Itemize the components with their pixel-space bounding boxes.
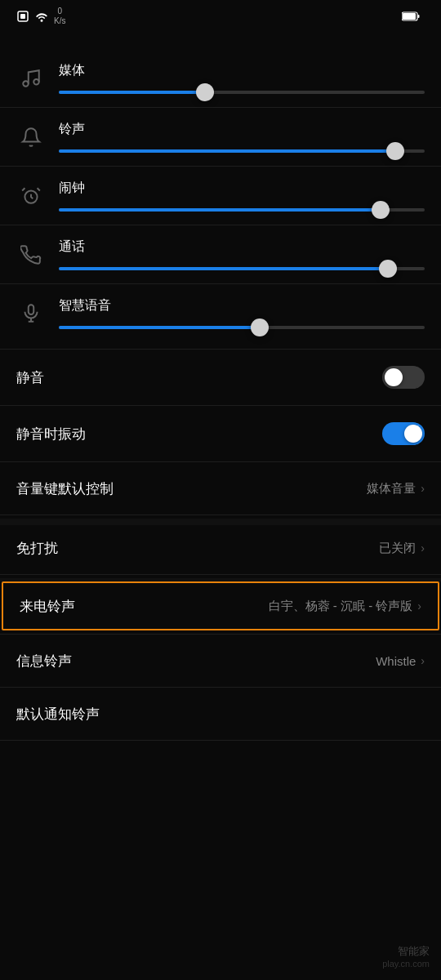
alarm-icon-wrap — [16, 185, 46, 207]
svg-line-8 — [22, 188, 24, 190]
voice-content: 智慧语音 — [59, 297, 425, 329]
voice-label: 智慧语音 — [59, 297, 425, 314]
vibrate-mute-label: 静音时振动 — [16, 425, 86, 443]
alarm-label: 闹钟 — [59, 180, 425, 197]
watermark: 智能家 play.cn.com — [382, 944, 430, 969]
call-content: 通话 — [59, 238, 425, 270]
alarm-slider[interactable] — [59, 208, 425, 212]
status-left: 0 K/s — [16, 7, 65, 26]
volume-key-value: 媒体音量 — [367, 481, 416, 497]
volume-divider — [0, 283, 441, 284]
message-tone-label: 信息铃声 — [16, 652, 72, 670]
call-fill — [59, 267, 388, 270]
mute-knob — [385, 368, 403, 386]
chevron-right-icon: › — [421, 654, 425, 667]
page-header — [0, 29, 441, 52]
ringtone-value: 白宇、杨蓉 - 沉眠 - 铃声版 — [269, 599, 413, 614]
chevron-right-icon: › — [421, 482, 425, 495]
svg-point-5 — [23, 81, 29, 87]
battery-indicator — [399, 11, 420, 21]
ringtone-right: 白宇、杨蓉 - 沉眠 - 铃声版 › — [269, 599, 421, 614]
do-not-disturb-label: 免打扰 — [16, 539, 58, 558]
watermark-line2: play.cn.com — [382, 959, 430, 969]
menu-divider — [0, 687, 441, 688]
divider — [0, 349, 441, 350]
setting-row-volume-key[interactable]: 音量键默认控制 媒体音量 › — [0, 466, 441, 511]
menu-wrapper-notification-tone: 默认通知铃声 — [0, 691, 441, 737]
menu-row-do-not-disturb[interactable]: 免打扰 已关闭 › — [0, 525, 441, 571]
voice-slider[interactable] — [59, 326, 425, 329]
voice-fill — [59, 326, 260, 329]
ringtone-label: 来电铃声 — [20, 597, 75, 616]
ringtone-icon-wrap — [16, 127, 46, 148]
volume-divider — [0, 225, 441, 225]
do-not-disturb-right: 已关闭 › — [379, 541, 425, 556]
media-label: 媒体 — [59, 62, 425, 79]
toggle-settings: 静音 静音时振动 音量键默认控制 媒体音量 › — [0, 353, 441, 515]
voice-icon-wrap — [16, 303, 46, 324]
network-speed: 0 K/s — [54, 7, 65, 26]
setting-divider — [0, 405, 441, 406]
menu-section: 免打扰 已关闭 › 来电铃声 白宇、杨蓉 - 沉眠 - 铃声版 › 信息铃声 W… — [0, 525, 441, 741]
svg-line-9 — [38, 188, 40, 190]
volume-item-ringtone: 铃声 — [0, 111, 441, 163]
media-content: 媒体 — [59, 62, 425, 94]
notification-tone-label: 默认通知铃声 — [16, 705, 100, 724]
phone-icon — [20, 244, 42, 265]
ringtone-fill — [59, 149, 395, 153]
volume-key-right: 媒体音量 › — [367, 481, 425, 497]
svg-rect-10 — [29, 305, 34, 314]
svg-rect-4 — [418, 15, 420, 18]
voice-thumb[interactable] — [251, 318, 269, 336]
setting-divider — [0, 514, 441, 515]
setting-row-vibrate-mute[interactable]: 静音时振动 — [0, 409, 441, 458]
menu-row-message-tone[interactable]: 信息铃声 Whistle › — [0, 638, 441, 684]
mute-toggle[interactable] — [382, 366, 425, 389]
status-right — [399, 11, 425, 21]
status-bar: 0 K/s — [0, 0, 441, 29]
battery-icon — [402, 11, 420, 21]
menu-row-notification-tone[interactable]: 默认通知铃声 — [0, 691, 441, 737]
ringtone-content: 铃声 — [59, 121, 425, 153]
menu-wrapper-do-not-disturb: 免打扰 已关闭 › — [0, 525, 441, 571]
volume-key-label: 音量键默认控制 — [16, 479, 114, 498]
vibrate-mute-knob — [404, 425, 422, 443]
call-icon-wrap — [16, 244, 46, 265]
svg-point-6 — [33, 79, 39, 85]
ringtone-slider[interactable] — [59, 149, 425, 153]
volume-divider — [0, 107, 441, 108]
menu-divider — [0, 574, 441, 575]
music-icon — [20, 68, 42, 89]
thick-divider — [0, 519, 441, 525]
volume-item-call: 通话 — [0, 229, 441, 280]
vibrate-mute-toggle[interactable] — [382, 422, 425, 445]
svg-rect-3 — [403, 13, 416, 20]
menu-divider — [0, 740, 441, 741]
do-not-disturb-value: 已关闭 — [379, 541, 416, 556]
call-thumb[interactable] — [379, 260, 397, 278]
media-slider[interactable] — [59, 91, 425, 94]
mic-icon — [20, 303, 42, 324]
svg-rect-1 — [20, 14, 25, 19]
menu-wrapper-ringtone: 来电铃声 白宇、杨蓉 - 沉眠 - 铃声版 › — [2, 581, 439, 630]
setting-row-mute[interactable]: 静音 — [0, 353, 441, 402]
message-tone-value: Whistle — [376, 654, 416, 668]
media-fill — [59, 91, 205, 94]
alarm-icon — [20, 185, 42, 207]
ringtone-thumb[interactable] — [386, 142, 404, 160]
alarm-thumb[interactable] — [372, 201, 390, 219]
sim-icon — [16, 11, 29, 22]
chevron-right-icon: › — [421, 541, 425, 555]
setting-divider — [0, 461, 441, 462]
alarm-fill — [59, 208, 381, 212]
call-slider[interactable] — [59, 267, 425, 270]
menu-wrapper-message-tone: 信息铃声 Whistle › — [0, 638, 441, 684]
chevron-right-icon: › — [417, 599, 421, 612]
message-tone-right: Whistle › — [376, 654, 425, 668]
bell-icon — [20, 127, 42, 148]
volume-divider — [0, 166, 441, 167]
menu-row-ringtone[interactable]: 来电铃声 白宇、杨蓉 - 沉眠 - 铃声版 › — [3, 583, 438, 629]
volume-item-alarm: 闹钟 — [0, 170, 441, 221]
menu-divider — [0, 634, 441, 635]
media-thumb[interactable] — [196, 83, 214, 101]
